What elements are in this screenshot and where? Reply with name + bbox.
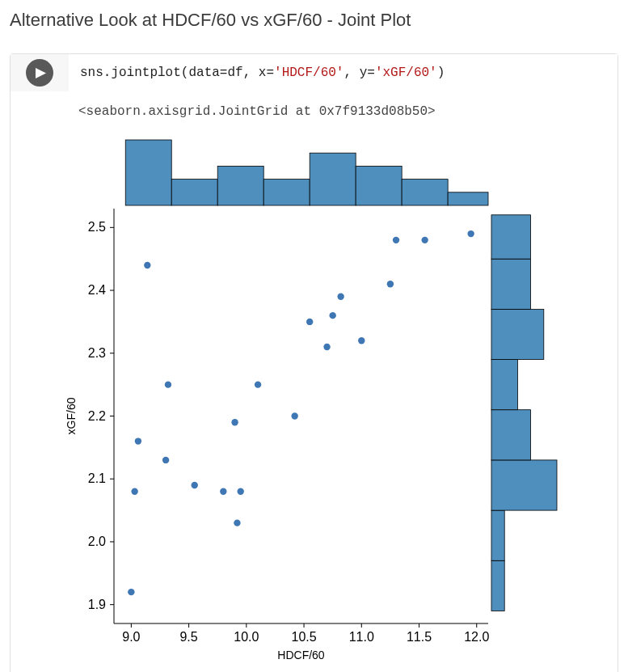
code-string: 'HDCF/60' <box>274 66 344 80</box>
svg-point-54 <box>467 230 474 237</box>
svg-rect-65 <box>491 460 557 510</box>
svg-text:2.2: 2.2 <box>88 409 106 423</box>
svg-rect-62 <box>448 192 488 205</box>
code-token: ) <box>437 66 445 80</box>
svg-rect-67 <box>491 360 517 410</box>
play-icon <box>36 68 46 78</box>
svg-point-33 <box>128 589 134 595</box>
svg-point-41 <box>231 419 238 425</box>
svg-text:11.0: 11.0 <box>349 630 374 644</box>
svg-text:12.0: 12.0 <box>464 630 489 644</box>
svg-point-42 <box>234 519 240 526</box>
svg-text:2.1: 2.1 <box>88 471 106 485</box>
svg-point-34 <box>131 488 137 495</box>
svg-rect-64 <box>491 510 504 560</box>
run-cell-button[interactable] <box>26 59 53 87</box>
svg-text:9.0: 9.0 <box>122 630 140 644</box>
svg-point-44 <box>255 381 261 387</box>
svg-rect-61 <box>402 180 448 205</box>
svg-text:2.4: 2.4 <box>88 283 106 297</box>
code-token: sns.jointplot(data=df, x= <box>80 66 274 80</box>
output-repr: <seaborn.axisgrid.JointGrid at 0x7f9133d… <box>11 91 617 133</box>
svg-text:11.5: 11.5 <box>407 630 432 644</box>
svg-rect-69 <box>491 259 531 309</box>
svg-point-35 <box>135 437 141 444</box>
svg-point-48 <box>329 312 335 319</box>
svg-marker-0 <box>36 68 46 78</box>
svg-rect-56 <box>171 180 217 205</box>
svg-rect-68 <box>491 309 544 359</box>
svg-text:1.9: 1.9 <box>88 598 106 611</box>
svg-text:xGF/60: xGF/60 <box>65 397 78 434</box>
code-input-row: sns.jointplot(data=df, x='HDCF/60', y='x… <box>11 54 617 91</box>
svg-point-46 <box>306 319 313 325</box>
svg-rect-70 <box>491 215 531 259</box>
svg-point-40 <box>220 488 226 495</box>
svg-rect-57 <box>217 166 263 205</box>
svg-point-37 <box>162 457 169 463</box>
svg-point-52 <box>393 237 399 243</box>
svg-point-53 <box>421 237 428 243</box>
notebook-cell: sns.jointplot(data=df, x='HDCF/60', y='x… <box>10 53 618 672</box>
svg-point-45 <box>291 412 297 419</box>
section-heading: Alternative Look at HDCF/60 vs xGF/60 - … <box>10 10 618 31</box>
joint-plot: 9.09.510.010.511.011.512.01.92.02.12.22.… <box>59 137 560 670</box>
svg-text:10.5: 10.5 <box>291 630 316 644</box>
chart-output: 9.09.510.010.511.011.512.01.92.02.12.22.… <box>11 133 617 672</box>
svg-text:HDCF/60: HDCF/60 <box>277 649 325 661</box>
svg-text:10.0: 10.0 <box>234 630 259 644</box>
code-editor[interactable]: sns.jointplot(data=df, x='HDCF/60', y='x… <box>69 56 617 90</box>
execution-gutter <box>11 54 69 91</box>
svg-rect-63 <box>491 560 504 611</box>
svg-text:2.3: 2.3 <box>88 346 106 360</box>
svg-text:9.5: 9.5 <box>179 630 197 644</box>
svg-point-43 <box>238 488 244 495</box>
svg-point-49 <box>337 294 344 300</box>
svg-point-47 <box>323 344 330 350</box>
svg-rect-60 <box>356 166 402 205</box>
svg-rect-58 <box>263 180 310 205</box>
svg-point-50 <box>358 337 365 344</box>
svg-point-38 <box>165 381 171 387</box>
svg-rect-66 <box>491 410 531 460</box>
code-token: , y= <box>344 66 374 80</box>
svg-text:2.5: 2.5 <box>88 220 106 234</box>
svg-point-36 <box>144 262 150 268</box>
svg-point-51 <box>387 281 394 287</box>
code-string: 'xGF/60' <box>375 66 437 80</box>
svg-text:2.0: 2.0 <box>88 535 106 548</box>
svg-rect-55 <box>125 140 171 205</box>
svg-rect-59 <box>310 153 356 205</box>
svg-point-39 <box>192 482 198 488</box>
